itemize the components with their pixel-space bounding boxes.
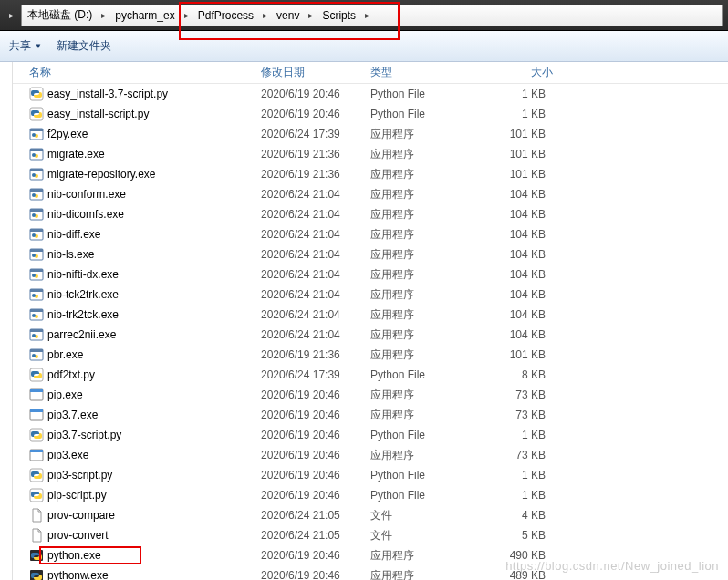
share-label: 共享: [9, 38, 31, 54]
svg-point-21: [32, 213, 36, 217]
window-icon: [29, 448, 44, 462]
file-name-label: pip.exe: [47, 388, 83, 401]
file-row[interactable]: pdf2txt.py2020/6/24 17:39Python File8 KB: [13, 365, 728, 385]
breadcrumb[interactable]: 本地磁盘 (D:)▸pycharm_ex▸PdfProcess▸venv▸Scr…: [21, 5, 723, 26]
file-name-label: migrate.exe: [47, 148, 105, 161]
file-row[interactable]: prov-compare2020/6/24 21:05文件4 KB: [13, 505, 728, 525]
chevron-right-icon[interactable]: ▸: [305, 10, 317, 20]
file-size-cell: 1 KB: [471, 88, 553, 100]
file-name-cell: parrec2nii.exe: [29, 327, 261, 342]
file-name-label: f2py.exe: [47, 128, 88, 140]
file-name-label: pip3.7-script.py: [47, 429, 121, 441]
chevron-right-icon[interactable]: ▸: [98, 10, 109, 20]
column-header-type[interactable]: 类型: [370, 65, 471, 80]
file-type-cell: 应用程序: [370, 388, 471, 403]
svg-rect-43: [30, 329, 43, 332]
python-icon: [29, 107, 44, 121]
file-row[interactable]: pip3.7-script.py2020/6/19 20:46Python Fi…: [13, 425, 728, 445]
chevron-right-icon[interactable]: ▸: [361, 10, 373, 20]
breadcrumb-leading-arrow[interactable]: ▸: [5, 10, 17, 20]
file-row[interactable]: nib-trk2tck.exe2020/6/24 21:04应用程序104 KB: [13, 305, 728, 325]
file-row[interactable]: easy_install-3.7-script.py2020/6/19 20:4…: [13, 84, 728, 104]
file-type-cell: 应用程序: [370, 227, 471, 243]
file-row[interactable]: pbr.exe2020/6/19 21:36应用程序101 KB: [13, 345, 728, 365]
file-type-cell: 应用程序: [370, 287, 471, 303]
file-row[interactable]: pip3.7.exe2020/6/19 20:46应用程序73 KB: [13, 405, 728, 425]
file-row[interactable]: nib-tck2trk.exe2020/6/24 21:04应用程序104 KB: [13, 285, 728, 305]
breadcrumb-item[interactable]: Scripts: [317, 5, 361, 26]
file-icon: [29, 508, 44, 523]
file-type-cell: 应用程序: [370, 568, 471, 581]
file-name-label: migrate-repository.exe: [47, 168, 156, 181]
file-size-cell: 1 KB: [471, 469, 553, 482]
file-size-cell: 104 KB: [471, 188, 553, 201]
file-date-cell: 2020/6/19 21:36: [261, 148, 370, 161]
new-folder-button[interactable]: 新建文件夹: [57, 38, 111, 54]
column-header-name[interactable]: 名称: [29, 65, 261, 80]
file-name-label: easy_install-3.7-script.py: [47, 88, 168, 100]
file-date-cell: 2020/6/24 21:05: [261, 509, 370, 522]
file-row[interactable]: pip.exe2020/6/19 20:46应用程序73 KB: [13, 385, 728, 405]
file-row[interactable]: nib-diff.exe2020/6/24 21:04应用程序104 KB: [13, 224, 728, 244]
file-name-cell: prov-compare: [29, 508, 261, 523]
svg-point-17: [32, 193, 36, 197]
chevron-right-icon[interactable]: ▸: [259, 10, 271, 20]
svg-point-29: [32, 254, 36, 257]
exe-icon: [29, 227, 44, 242]
file-row[interactable]: easy_install-script.py2020/6/19 20:46Pyt…: [13, 104, 728, 124]
file-name-cell: pip.exe: [29, 388, 261, 402]
file-row[interactable]: nib-dicomfs.exe2020/6/24 21:04应用程序104 KB: [13, 204, 728, 224]
file-row[interactable]: parrec2nii.exe2020/6/24 21:04应用程序104 KB: [13, 325, 728, 345]
file-list: easy_install-3.7-script.py2020/6/19 20:4…: [13, 84, 728, 580]
file-type-cell: Python File: [370, 469, 471, 482]
file-type-cell: 应用程序: [370, 207, 471, 223]
file-date-cell: 2020/6/24 21:04: [261, 188, 370, 201]
file-row[interactable]: nib-conform.exe2020/6/24 21:04应用程序104 KB: [13, 184, 728, 204]
file-size-cell: 104 KB: [471, 228, 553, 241]
breadcrumb-item[interactable]: venv: [271, 5, 305, 26]
file-row[interactable]: f2py.exe2020/6/24 17:39应用程序101 KB: [13, 124, 728, 144]
file-name-label: nib-dicomfs.exe: [47, 208, 124, 221]
file-row[interactable]: migrate.exe2020/6/19 21:36应用程序101 KB: [13, 144, 728, 164]
file-type-cell: Python File: [370, 429, 471, 441]
file-row[interactable]: python.exe2020/6/19 20:46应用程序490 KB: [13, 545, 728, 565]
file-name-cell: nib-ls.exe: [29, 247, 261, 262]
file-name-label: nib-nifti-dx.exe: [47, 268, 119, 281]
file-row[interactable]: pip-script.py2020/6/19 20:46Python File1…: [13, 485, 728, 505]
svg-point-33: [32, 274, 36, 277]
svg-rect-39: [30, 309, 43, 312]
svg-rect-47: [30, 349, 43, 352]
file-row[interactable]: nib-ls.exe2020/6/24 21:04应用程序104 KB: [13, 244, 728, 264]
file-date-cell: 2020/6/24 21:04: [261, 328, 370, 341]
svg-point-45: [32, 334, 36, 337]
exe-icon: [29, 147, 44, 161]
column-header-date[interactable]: 修改日期: [261, 65, 370, 80]
file-row[interactable]: prov-convert2020/6/24 21:05文件5 KB: [13, 525, 728, 545]
chevron-right-icon[interactable]: ▸: [181, 10, 192, 20]
file-name-cell: pythonw.exe: [29, 568, 261, 580]
file-row[interactable]: nib-nifti-dx.exe2020/6/24 21:04应用程序104 K…: [13, 264, 728, 285]
file-row[interactable]: pythonw.exe2020/6/19 20:46应用程序489 KB: [13, 565, 728, 580]
file-date-cell: 2020/6/24 21:04: [261, 268, 370, 281]
file-row[interactable]: migrate-repository.exe2020/6/19 21:36应用程…: [13, 164, 728, 184]
file-name-cell: pdf2txt.py: [29, 368, 261, 382]
svg-point-13: [32, 173, 36, 177]
svg-rect-3: [30, 129, 43, 131]
exe-icon: [29, 347, 44, 362]
file-date-cell: 2020/6/19 21:36: [261, 168, 370, 181]
share-button[interactable]: 共享 ▼: [9, 38, 42, 54]
breadcrumb-item[interactable]: PdfProcess: [192, 5, 259, 26]
breadcrumb-item[interactable]: pycharm_ex: [109, 5, 180, 26]
file-icon: [29, 528, 44, 543]
file-row[interactable]: pip3-script.py2020/6/19 20:46Python File…: [13, 465, 728, 485]
exe-icon: [29, 327, 44, 342]
column-header-size[interactable]: 大小: [471, 65, 553, 80]
file-size-cell: 104 KB: [471, 308, 553, 321]
file-name-cell: pbr.exe: [29, 347, 261, 362]
file-name-cell: pip-script.py: [29, 488, 261, 502]
file-name-cell: nib-diff.exe: [29, 227, 261, 242]
file-row[interactable]: pip3.exe2020/6/19 20:46应用程序73 KB: [13, 445, 728, 465]
file-type-cell: 应用程序: [370, 147, 471, 162]
breadcrumb-item[interactable]: 本地磁盘 (D:): [22, 5, 98, 26]
file-size-cell: 104 KB: [471, 328, 553, 341]
